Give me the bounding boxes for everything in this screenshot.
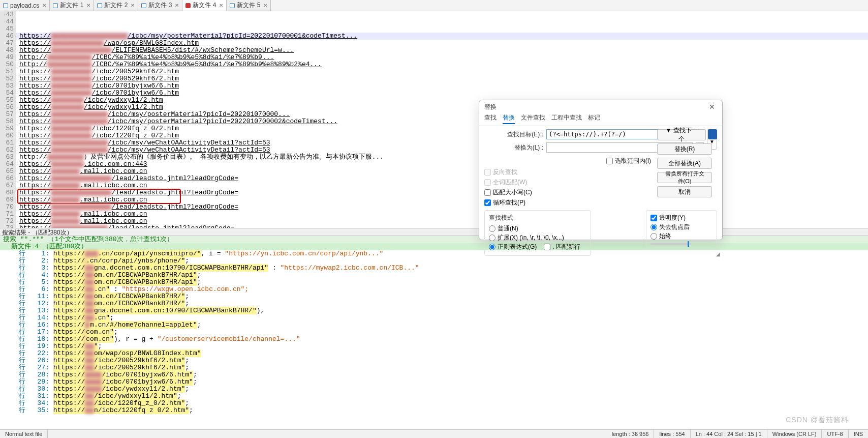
dialog-tab[interactable]: 查找 xyxy=(484,113,497,124)
code-line[interactable]: https://cha****.mall.icbc.com.cn xyxy=(16,168,868,175)
close-icon[interactable]: ✕ xyxy=(130,3,135,8)
dialog-tab[interactable]: 替换 xyxy=(503,113,515,124)
result-line[interactable]: 行 18: https://com.cn"), r = g + "/custom… xyxy=(0,336,868,343)
result-line[interactable]: 行 28: https://m.ic/icbc/0701byjxw6/6.htm… xyxy=(0,371,868,378)
result-line[interactable]: 行 4: https://myom.cn/ICBCWAPBankB7HR/api… xyxy=(0,272,868,279)
transparency-onlose-radio[interactable]: 失去焦点后 xyxy=(650,223,690,231)
result-line[interactable]: 行 35: https://m.n/icbc/1220fq z 0/2.htm"… xyxy=(0,407,868,414)
dialog-tab[interactable]: 标记 xyxy=(588,113,600,124)
result-line[interactable]: 行 16: https://mm.cn/#/home?channel=apple… xyxy=(0,322,868,329)
search-mode-legend: 查找模式 xyxy=(489,214,586,222)
code-line[interactable]: https://m.m***bc.com.cn/lead/leadsto.jht… xyxy=(16,175,868,182)
tab-label: 新文件 3 xyxy=(148,1,172,10)
result-line[interactable]: 行 34: https://m./icbc/1220fq_z_0/2.htm"; xyxy=(0,400,868,407)
code-line[interactable]: https://m.***.cn/icbc/ywdxxyl1/2.htm xyxy=(16,97,868,104)
close-icon[interactable]: ✕ xyxy=(707,103,717,111)
transparency-checkbox[interactable]: 透明度(Y) xyxy=(650,214,686,222)
tab-label: 新文件 1 xyxy=(60,1,83,10)
result-line[interactable]: 行 17: https://com.cn"; xyxy=(0,329,868,336)
code-line[interactable]: https://pi***bc.com.cn/icbc/msy/weChatOA… xyxy=(16,139,868,147)
result-line[interactable]: 行 2: https://.cn/corp/api/ynbs/phone/"; xyxy=(0,257,868,265)
code-line[interactable]: https://m.***.cn/icbc/ywdxxyl1/2.htm xyxy=(16,104,868,111)
code-line[interactable]: https://pi***bc.com.cn/icbc/msy/weChatOA… xyxy=(16,147,868,154)
result-line[interactable]: 行 13: https://wagna.dccnet.com.cn:10790/… xyxy=(0,307,868,314)
close-icon[interactable]: ✕ xyxy=(41,3,46,8)
resize-grip-icon[interactable]: ◢ xyxy=(716,251,720,257)
match-newline-checkbox[interactable]: . 匹配新行 xyxy=(544,243,580,251)
result-line[interactable]: 行 5: https://myom.cn/ICBCWAPBankB7HR/api… xyxy=(0,279,868,286)
result-line[interactable]: 行 31: https://m./icbc/ywdxxyl1/2.htm"; xyxy=(0,393,868,400)
code-line[interactable]: https://m.m***bc.com.cn/lead/leadsto.jht… xyxy=(16,189,868,196)
document-tab[interactable]: 新文件 2✕ xyxy=(94,0,138,11)
code-line[interactable]: https://ping*** .*bc.com.cn/icbc/msy/pos… xyxy=(16,33,868,40)
match-case-checkbox[interactable]: 匹配大小写(C) xyxy=(484,188,532,197)
result-line[interactable]: 行 30: https://m.ic/icbc/ywdxxyl1/2.htm"; xyxy=(0,386,868,393)
replace-button[interactable]: 替换(R) xyxy=(657,143,712,155)
close-icon[interactable]: ✕ xyxy=(85,3,90,8)
close-icon[interactable]: ✕ xyxy=(262,3,267,8)
result-line[interactable]: 行 19: https://m."; xyxy=(0,343,868,350)
result-line[interactable]: 行 27: https://m./icbc/200529khf6/2.htm"; xyxy=(0,364,868,371)
mode-extended-radio[interactable]: 扩展(X) (\n, \r, \t, \0, \x...) xyxy=(489,233,564,242)
document-tab[interactable]: 新文件 3✕ xyxy=(138,0,182,11)
code-line[interactable]: https://pi***bc.com.cn/icbc/msy/posterMa… xyxy=(16,118,868,125)
close-icon[interactable]: ✕ xyxy=(218,3,223,8)
code-line[interactable]: https://har****0.icbc.com.cn:443 xyxy=(16,161,868,168)
mode-regex-radio[interactable]: 正则表达式(G) xyxy=(489,243,537,251)
code-line[interactable]: https://m.****a.cn/icbc/0701byjxw6/6.htm xyxy=(16,90,868,97)
code-line[interactable]: https://cha****.mall.icbc.com.cn xyxy=(16,182,868,189)
find-replace-dialog: 替换 ✕ 查找替换文件查找工程中查找标记 查找目标(E) : ▾ 替换为(L) … xyxy=(479,100,723,240)
transparency-slider[interactable] xyxy=(650,243,691,245)
code-line[interactable]: https://m.***bc.com.cn/lead/leadsto.jhtm… xyxy=(16,225,868,228)
code-view[interactable]: https://ping*** .*bc.com.cn/icbc/msy/pos… xyxy=(16,11,868,228)
code-line[interactable]: http://w***om.cn）及营业网点公布的《服务价目表》。 各项收费如有… xyxy=(16,154,868,161)
results-panel[interactable]: 搜索 "".*"" （1个文件中匹配到380次，总计查找1次） 新文件 4 （匹… xyxy=(0,236,868,429)
code-line[interactable]: https://eli***bc.com.cn/ELIFENEWBASEH5/d… xyxy=(16,47,868,54)
cancel-button[interactable]: 取消 xyxy=(657,186,712,197)
result-line[interactable]: 行 6: https://wx.cn" : "https://wxgw.open… xyxy=(0,286,868,293)
result-line[interactable]: 新文件 4 （匹配380次） xyxy=(0,243,868,250)
result-line[interactable]: 行 1: https://yn..cn/corp/api/ynscminipro… xyxy=(0,250,868,257)
result-line[interactable]: 搜索 "".*"" （1个文件中匹配到380次，总计查找1次） xyxy=(0,236,868,243)
find-label: 查找目标(E) : xyxy=(484,130,543,139)
close-icon[interactable]: ✕ xyxy=(174,3,179,8)
document-tab[interactable]: 新文件 1✕ xyxy=(50,0,94,11)
document-tab[interactable]: 新文件 4✕ xyxy=(182,0,227,11)
replace-all-button[interactable]: 全部替换(A) xyxy=(657,158,712,169)
backward-checkbox[interactable]: 反向查找 xyxy=(484,168,532,177)
wrap-checkbox[interactable]: 循环查找(P) xyxy=(484,198,532,207)
code-line[interactable]: https://cha****.mall.icbc.com.cn xyxy=(16,211,868,218)
tab-label: 新文件 2 xyxy=(104,1,128,10)
code-line[interactable]: https://pi***bc.com.cn/icbc/msy/posterMa… xyxy=(16,111,868,118)
result-line[interactable]: 行 26: https://m./icbc/200529khf6/2.htm"; xyxy=(0,357,868,364)
code-line[interactable]: https://m.****a.cn/icbc/200529khf6/2.htm xyxy=(16,75,868,82)
replace-all-open-button[interactable]: 替换所有打开文件(O) xyxy=(657,172,712,183)
code-line[interactable]: https://m.m***bc.com.cn/lead/leadsto.jht… xyxy=(16,203,868,211)
code-line[interactable]: https://m.****a.cn/icbc/200529khf6/2.htm xyxy=(16,68,868,75)
code-line[interactable]: https://wx.*****a.com/wap/osp/BNWLG8Inde… xyxy=(16,40,868,47)
document-tab[interactable]: payload.cs✕ xyxy=(0,0,50,11)
code-line[interactable]: https://cha****.mall.icbc.com.cn xyxy=(16,218,868,225)
result-line[interactable]: 行 14: https://wa.cn"; xyxy=(0,314,868,322)
code-line[interactable]: https://m.****a.cn/icbc/1220fq_z_0/2.htm xyxy=(16,125,868,132)
dialog-tab[interactable]: 文件查找 xyxy=(521,113,545,124)
transparency-always-radio[interactable]: 始终 xyxy=(650,232,671,241)
code-line[interactable]: https://m.****a.cn/icbc/1220fq_z_0/2.htm xyxy=(16,132,868,139)
code-line[interactable]: https://cha****.mall.icbc.com.cn xyxy=(16,196,868,203)
mode-normal-radio[interactable]: 普通(N) xyxy=(489,224,518,233)
result-line[interactable]: 行 3: https://wagna.dccnet.com.cn:10790/I… xyxy=(0,265,868,272)
whole-word-checkbox[interactable]: 全词匹配(W) xyxy=(484,178,532,187)
code-line[interactable]: http://www.***m.cn/ICBC/%e7%89%a1%e4%b8%… xyxy=(16,61,868,68)
find-options-toggle[interactable] xyxy=(708,129,717,139)
result-line[interactable]: 行 11: https://myom.cn/ICBCWAPBankB7HR/"; xyxy=(0,293,868,300)
selection-only-checkbox[interactable]: 选取范围内(I) xyxy=(606,157,651,165)
result-line[interactable]: 行 22: https://wxom/wap/osp/BNWLG8Index.h… xyxy=(0,350,868,357)
result-line[interactable]: 行 29: https://m.ic/icbc/0701byjxw6/6.htm… xyxy=(0,378,868,386)
dialog-tab[interactable]: 工程中查找 xyxy=(551,113,582,124)
document-tab[interactable]: 新文件 5✕ xyxy=(227,0,271,11)
tab-label: payload.cs xyxy=(10,2,39,9)
code-line[interactable]: https://m.****a.cn/icbc/0701byjxw6/6.htm xyxy=(16,82,868,90)
result-line[interactable]: 行 12: https://myom.cn/ICBCWAPBankB7HR/"; xyxy=(0,300,868,307)
code-line[interactable]: http://www.***m.cn/ICBC/%e7%89%a1%e4%b8%… xyxy=(16,54,868,61)
find-next-button[interactable]: ▼ 查找下一个 xyxy=(657,129,706,140)
